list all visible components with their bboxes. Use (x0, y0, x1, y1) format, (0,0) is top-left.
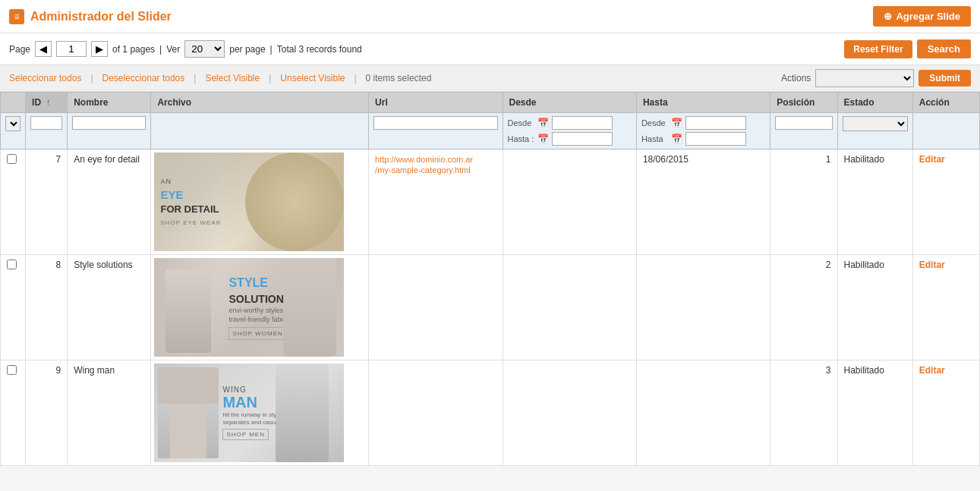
col-header-hasta: Hasta (636, 93, 770, 113)
col-header-accion: Acción (912, 93, 979, 113)
row3-edit-link[interactable]: Editar (919, 365, 945, 376)
row2-posicion: 2 (770, 255, 837, 360)
filter-nombre-input[interactable] (72, 116, 146, 130)
row1-url-link[interactable]: http://www.dominio.com.ar/my-sample-cate… (375, 155, 473, 175)
row2-url (369, 255, 503, 360)
pagination-bar: Page ◀ ▶ of 1 pages | Ver 10 20 50 100 p… (0, 33, 980, 65)
desde-to-label: Hasta : (508, 134, 535, 143)
row1-desde (503, 150, 636, 255)
submit-button[interactable]: Submit (919, 70, 971, 87)
row2-nombre: Style solutions (68, 255, 151, 360)
unselect-visible-link[interactable]: Unselect Visible (280, 73, 345, 83)
desde-to-cal-icon[interactable]: 📅 (537, 133, 550, 145)
row2-edit-link[interactable]: Editar (919, 260, 945, 270)
row2-desde (503, 255, 636, 360)
filter-cell-url (369, 113, 503, 150)
row3-id: 9 (26, 360, 68, 466)
table-row: 8 Style solutions STYLE SOLUTIONS envi-w… (1, 255, 980, 360)
col-header-id[interactable]: ID ↑ (26, 93, 68, 113)
filter-estado-select[interactable]: Habilitado Deshabilitado (843, 116, 908, 131)
row3-image: WING MAN hit the runway in stylishsepara… (154, 364, 344, 462)
select-all-link[interactable]: Seleccionar todos (9, 73, 81, 83)
separator2: | (270, 44, 273, 55)
filter-cell-hasta: Desde 📅 Hasta 📅 (636, 113, 770, 150)
row1-checkbox[interactable] (7, 154, 17, 164)
table-row: 9 Wing man WING MAN hit the runway in st… (1, 360, 980, 466)
pagination-left: Page ◀ ▶ of 1 pages | Ver 10 20 50 100 p… (9, 40, 362, 58)
desde-from-input[interactable] (552, 116, 613, 130)
row1-id: 7 (26, 150, 68, 255)
slider-icon: ≡ (9, 9, 24, 24)
search-button[interactable]: Search (917, 39, 971, 58)
sort-arrow-icon: ↑ (46, 97, 50, 108)
row3-checkbox[interactable] (7, 365, 17, 375)
hasta-from-label: Desde (641, 118, 669, 127)
items-selected-label: 0 items selected (366, 73, 432, 83)
select-visible-link[interactable]: Select Visible (205, 73, 260, 83)
row2-id: 8 (26, 255, 68, 360)
selection-left: Seleccionar todos | Deseleccionar todos … (9, 73, 431, 83)
col-header-estado: Estado (837, 93, 912, 113)
hasta-from-cal-icon[interactable]: 📅 (671, 117, 683, 129)
reset-filter-button[interactable]: Reset Filter (844, 40, 912, 58)
row3-accion: Editar (912, 360, 979, 466)
filter-cell-desde: Desde 📅 Hasta : 📅 (503, 113, 636, 150)
per-page-label: per page (229, 44, 265, 55)
row1-nombre: An eye for detail (68, 150, 151, 255)
filter-cell-checkbox: Cualquiera (1, 113, 26, 150)
row1-edit-link[interactable]: Editar (919, 154, 945, 165)
row3-desde (503, 360, 636, 466)
page-title: Administrador del Slider (30, 10, 172, 24)
row1-accion: Editar (912, 150, 979, 255)
row2-checkbox-cell (1, 255, 26, 360)
hasta-to-input[interactable] (685, 132, 746, 146)
next-page-button[interactable]: ▶ (91, 41, 108, 57)
deselect-all-link[interactable]: Deseleccionar todos (102, 73, 185, 83)
filter-cell-archivo (151, 113, 369, 150)
row3-estado: Habilitado (837, 360, 912, 466)
row1-url: http://www.dominio.com.ar/my-sample-cate… (369, 150, 503, 255)
pagination-right: Reset Filter Search (844, 39, 971, 58)
row3-archivo: WING MAN hit the runway in stylishsepara… (151, 360, 369, 466)
hasta-to-cal-icon[interactable]: 📅 (671, 133, 683, 145)
desde-to-input[interactable] (552, 132, 613, 146)
row1-archivo: AN EYE FOR DETAIL SHOP EYE WEAR (151, 150, 369, 255)
filter-url-input[interactable] (373, 116, 497, 130)
ver-label: Ver (166, 44, 180, 55)
row3-nombre: Wing man (68, 360, 151, 466)
svg-text:≡: ≡ (14, 11, 19, 22)
page-label: Page (9, 44, 30, 55)
filter-row: Cualquiera Desde 📅 (1, 113, 980, 150)
row2-accion: Editar (912, 255, 979, 360)
row2-hasta (636, 255, 770, 360)
separator1: | (159, 44, 162, 55)
page-number-input[interactable] (56, 41, 87, 57)
row3-url (369, 360, 503, 466)
desde-from-cal-icon[interactable]: 📅 (537, 117, 550, 129)
of-pages-label: of 1 pages (112, 44, 155, 55)
prev-page-button[interactable]: ◀ (35, 41, 52, 57)
row1-posicion: 1 (770, 150, 837, 255)
hasta-from-input[interactable] (685, 116, 746, 130)
selection-bar: Seleccionar todos | Deseleccionar todos … (0, 65, 980, 92)
filter-cell-accion (912, 113, 979, 150)
main-table: ID ↑ Nombre Archivo Url Desde Hasta Posi… (0, 92, 980, 466)
table-wrapper: ID ↑ Nombre Archivo Url Desde Hasta Posi… (0, 92, 980, 466)
row2-estado: Habilitado (837, 255, 912, 360)
col-header-url: Url (369, 93, 503, 113)
row1-checkbox-cell (1, 150, 26, 255)
table-row: 7 An eye for detail AN EYE FOR DETAIL SH… (1, 150, 980, 255)
row2-archivo: STYLE SOLUTIONS envi-worthy styles intra… (151, 255, 369, 360)
per-page-select[interactable]: 10 20 50 100 (184, 40, 225, 58)
add-slide-button[interactable]: ⊕ Agregar Slide (873, 6, 971, 27)
add-icon: ⊕ (884, 11, 892, 22)
filter-id-input[interactable] (30, 116, 62, 130)
row2-checkbox[interactable] (7, 260, 17, 269)
filter-posicion-input[interactable] (775, 116, 832, 130)
filter-any-select[interactable]: Cualquiera (5, 116, 20, 131)
actions-label: Actions (781, 73, 811, 83)
page-header: ≡ Administrador del Slider ⊕ Agregar Sli… (0, 0, 980, 33)
col-header-posicion: Posición (770, 93, 837, 113)
actions-select[interactable] (815, 69, 914, 87)
row3-checkbox-cell (1, 360, 26, 466)
